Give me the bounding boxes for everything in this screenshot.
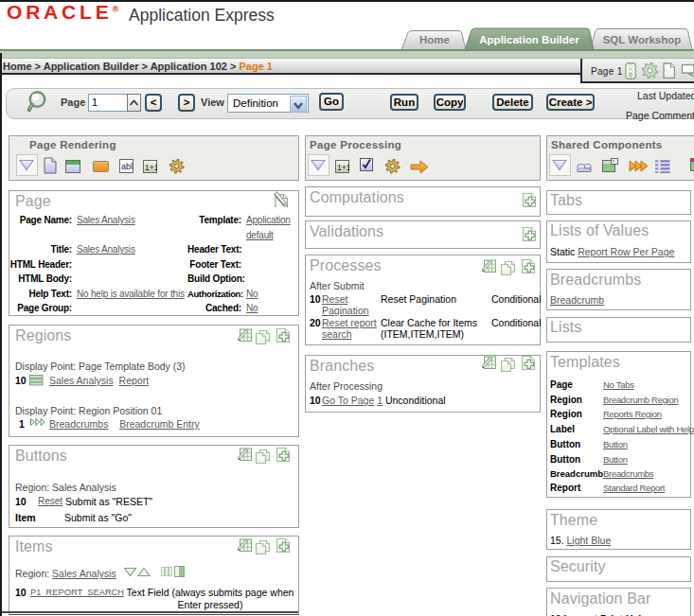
svg-text:Home: Home xyxy=(419,34,450,45)
svg-text:Application Builder: Application Builder xyxy=(479,34,579,45)
svg-text:SQL Workshop: SQL Workshop xyxy=(603,34,682,45)
